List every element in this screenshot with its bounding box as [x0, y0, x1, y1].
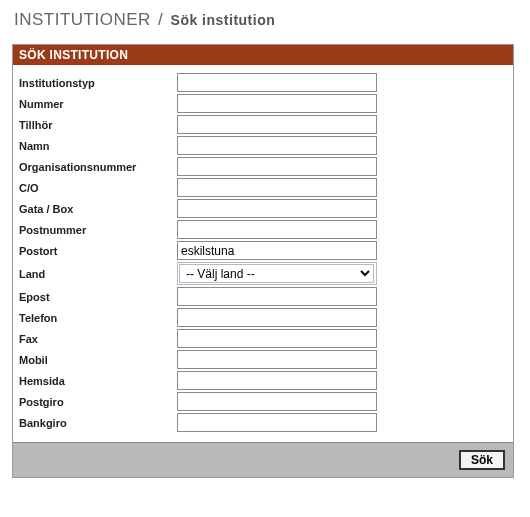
title-main: INSTITUTIONER: [14, 10, 151, 29]
footer-bar: Sök: [13, 442, 513, 477]
row-land: Land -- Välj land --: [17, 262, 509, 285]
label-postnummer: Postnummer: [17, 224, 177, 236]
label-orgnr: Organisationsnummer: [17, 161, 177, 173]
label-tillhor: Tillhör: [17, 119, 177, 131]
row-nummer: Nummer: [17, 94, 509, 113]
label-hemsida: Hemsida: [17, 375, 177, 387]
label-namn: Namn: [17, 140, 177, 152]
form-area: Institutionstyp Nummer Tillhör Namn Orga…: [13, 65, 513, 442]
select-wrap-land: -- Välj land --: [177, 262, 377, 285]
input-namn[interactable]: [177, 136, 377, 155]
row-postort: Postort: [17, 241, 509, 260]
label-land: Land: [17, 268, 177, 280]
input-bankgiro[interactable]: [177, 413, 377, 432]
row-postnummer: Postnummer: [17, 220, 509, 239]
row-hemsida: Hemsida: [17, 371, 509, 390]
row-epost: Epost: [17, 287, 509, 306]
label-epost: Epost: [17, 291, 177, 303]
row-mobil: Mobil: [17, 350, 509, 369]
row-telefon: Telefon: [17, 308, 509, 327]
input-epost[interactable]: [177, 287, 377, 306]
row-gata: Gata / Box: [17, 199, 509, 218]
label-institutionstyp: Institutionstyp: [17, 77, 177, 89]
input-hemsida[interactable]: [177, 371, 377, 390]
page-title: INSTITUTIONER / Sök institution: [14, 10, 518, 30]
input-mobil[interactable]: [177, 350, 377, 369]
row-postgiro: Postgiro: [17, 392, 509, 411]
label-postgiro: Postgiro: [17, 396, 177, 408]
select-land[interactable]: -- Välj land --: [179, 264, 374, 283]
search-panel: SÖK INSTITUTION Institutionstyp Nummer T…: [12, 44, 514, 478]
input-orgnr[interactable]: [177, 157, 377, 176]
row-institutionstyp: Institutionstyp: [17, 73, 509, 92]
panel-header: SÖK INSTITUTION: [13, 45, 513, 65]
label-mobil: Mobil: [17, 354, 177, 366]
row-namn: Namn: [17, 136, 509, 155]
row-bankgiro: Bankgiro: [17, 413, 509, 432]
label-bankgiro: Bankgiro: [17, 417, 177, 429]
input-fax[interactable]: [177, 329, 377, 348]
label-gata: Gata / Box: [17, 203, 177, 215]
input-co[interactable]: [177, 178, 377, 197]
label-co: C/O: [17, 182, 177, 194]
search-button[interactable]: Sök: [459, 450, 505, 470]
label-telefon: Telefon: [17, 312, 177, 324]
row-orgnr: Organisationsnummer: [17, 157, 509, 176]
title-sub: Sök institution: [171, 12, 276, 28]
label-postort: Postort: [17, 245, 177, 257]
row-fax: Fax: [17, 329, 509, 348]
row-tillhor: Tillhör: [17, 115, 509, 134]
label-fax: Fax: [17, 333, 177, 345]
input-gata[interactable]: [177, 199, 377, 218]
title-separator: /: [158, 10, 163, 29]
input-postort[interactable]: [177, 241, 377, 260]
input-telefon[interactable]: [177, 308, 377, 327]
row-co: C/O: [17, 178, 509, 197]
input-tillhor[interactable]: [177, 115, 377, 134]
input-postgiro[interactable]: [177, 392, 377, 411]
label-nummer: Nummer: [17, 98, 177, 110]
input-institutionstyp[interactable]: [177, 73, 377, 92]
input-nummer[interactable]: [177, 94, 377, 113]
input-postnummer[interactable]: [177, 220, 377, 239]
